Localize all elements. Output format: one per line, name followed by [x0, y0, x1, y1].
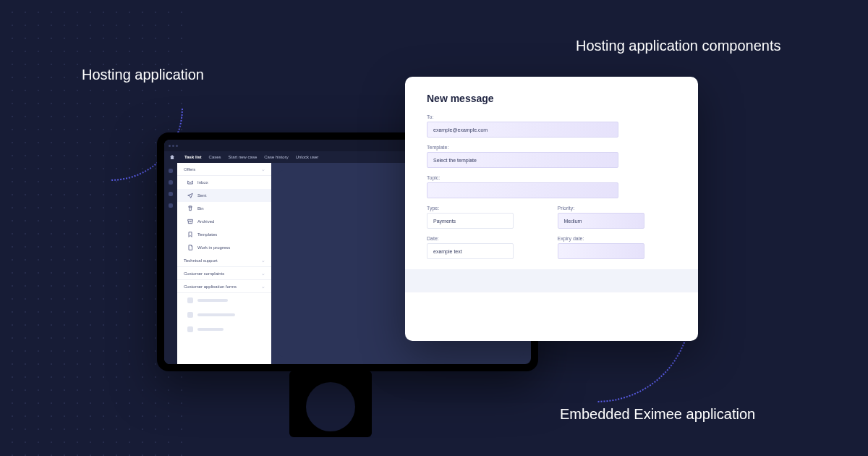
titlebar-dot	[176, 145, 178, 147]
sidebar: Offers ⌵ Inbox Sent Bin Archived	[177, 163, 271, 364]
home-icon[interactable]	[170, 155, 174, 159]
label-type: Type:	[427, 206, 546, 211]
sidebar-section-forms[interactable]: Customer application forms ⌵	[177, 280, 271, 293]
sidebar-item-label: Sent	[197, 193, 206, 198]
sidebar-section-tech[interactable]: Technical support ⌵	[177, 254, 271, 267]
new-message-panel: New message To: example@example.com Temp…	[405, 77, 698, 341]
input-priority[interactable]: Medium	[558, 213, 644, 229]
sidebar-placeholder	[177, 308, 271, 322]
sidebar-section-label: Customer complaints	[184, 271, 224, 276]
archive-icon	[187, 219, 193, 224]
input-expiry[interactable]	[558, 243, 644, 259]
annotation-components: Hosting application components	[576, 38, 781, 54]
sidebar-item-label: Work in progress	[197, 245, 230, 250]
rail-icon[interactable]	[169, 203, 173, 208]
label-date: Date:	[427, 236, 546, 241]
sidebar-placeholder	[177, 322, 271, 337]
chevron-down-icon: ⌵	[262, 166, 265, 172]
label-to: To:	[427, 114, 676, 119]
sidebar-section-complaints[interactable]: Customer complaints ⌵	[177, 267, 271, 280]
menubar-item-startnewcase[interactable]: Start new case	[229, 155, 258, 159]
document-icon	[187, 245, 193, 250]
annotation-hosting: Hosting application	[82, 67, 204, 83]
rail-icon[interactable]	[169, 169, 173, 173]
sidebar-section-offers[interactable]: Offers ⌵	[177, 163, 271, 176]
label-expiry: Expiry date:	[558, 236, 677, 241]
chevron-down-icon: ⌵	[262, 284, 265, 289]
titlebar-dot	[172, 145, 174, 147]
label-template: Template:	[427, 145, 676, 150]
menubar-item-unlockuser[interactable]: Unlock user	[296, 155, 319, 159]
input-to[interactable]: example@example.com	[427, 122, 618, 138]
sidebar-section-label: Customer application forms	[184, 284, 237, 289]
trash-icon	[187, 206, 193, 211]
sidebar-item-templates[interactable]: Templates	[177, 228, 271, 241]
sidebar-item-bin[interactable]: Bin	[177, 202, 271, 215]
input-date[interactable]: example text	[427, 243, 514, 259]
panel-footer	[405, 269, 698, 292]
input-template[interactable]: Select the template	[427, 152, 618, 168]
sidebar-item-label: Bin	[197, 206, 204, 211]
label-priority: Priority:	[558, 206, 677, 211]
sidebar-item-label: Inbox	[197, 180, 208, 185]
rail-icon[interactable]	[169, 192, 173, 196]
annotation-embedded: Embedded Eximee application	[560, 406, 755, 423]
icon-rail	[164, 163, 177, 364]
chevron-down-icon: ⌵	[262, 258, 265, 263]
monitor-stand-hole	[306, 382, 355, 431]
sidebar-section-label: Technical support	[184, 258, 218, 263]
sidebar-placeholder	[177, 293, 271, 308]
sent-icon	[187, 193, 193, 198]
rail-icon[interactable]	[169, 180, 173, 185]
menubar-item-cases[interactable]: Cases	[209, 155, 221, 159]
sidebar-item-inbox[interactable]: Inbox	[177, 176, 271, 189]
input-topic[interactable]	[427, 182, 618, 198]
bookmark-icon	[187, 232, 193, 237]
sidebar-item-wip[interactable]: Work in progress	[177, 241, 271, 254]
sidebar-item-sent[interactable]: Sent	[177, 189, 271, 202]
chevron-down-icon: ⌵	[262, 271, 265, 276]
panel-title: New message	[427, 93, 676, 104]
sidebar-section-label: Offers	[184, 167, 195, 172]
sidebar-item-label: Templates	[197, 232, 217, 237]
inbox-icon	[187, 180, 193, 185]
menubar-item-casehistory[interactable]: Case history	[264, 155, 288, 159]
input-type[interactable]: Payments	[427, 213, 514, 229]
label-topic: Topic:	[427, 175, 676, 180]
sidebar-item-archived[interactable]: Archived	[177, 215, 271, 228]
sidebar-item-label: Archived	[197, 219, 214, 224]
titlebar-dot	[169, 145, 171, 147]
menubar-item-tasklist[interactable]: Task list	[184, 155, 202, 159]
